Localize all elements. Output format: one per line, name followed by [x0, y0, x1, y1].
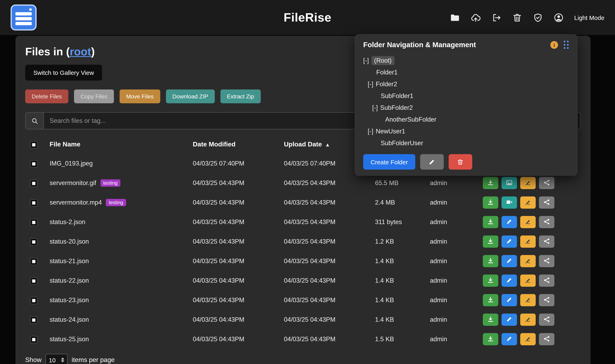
row-checkbox[interactable]: [30, 199, 38, 206]
folder-name[interactable]: SubFolder2: [380, 104, 413, 111]
extract-zip-button[interactable]: Extract Zip: [220, 90, 261, 103]
rename-button[interactable]: [520, 274, 536, 287]
row-checkbox[interactable]: [30, 258, 38, 265]
folder-tree-item[interactable]: [-](Root): [363, 54, 569, 66]
share-button[interactable]: [539, 216, 554, 228]
folder-name[interactable]: (Root): [371, 56, 394, 65]
rename-button[interactable]: [520, 235, 536, 248]
heading-suffix: ): [91, 46, 95, 58]
select-all-checkbox[interactable]: [30, 141, 38, 148]
trash-button[interactable]: [512, 13, 522, 23]
edit-button[interactable]: [501, 274, 517, 287]
folder-name[interactable]: SubFolder1: [381, 92, 413, 99]
items-per-page-select[interactable]: 10: [46, 354, 67, 364]
copy-files-button[interactable]: Copy Files: [74, 90, 114, 103]
rename-button[interactable]: [520, 177, 536, 189]
download-button[interactable]: [483, 333, 498, 345]
shield-check-button[interactable]: [533, 13, 543, 23]
row-checkbox[interactable]: [30, 316, 38, 324]
cloud-upload-button[interactable]: [471, 13, 481, 23]
theme-toggle[interactable]: Light Mode: [574, 14, 604, 21]
share-icon: [543, 257, 550, 265]
folder-tree-item[interactable]: Folder1: [363, 66, 569, 78]
file-name: status-22.json: [50, 277, 89, 284]
folder-button[interactable]: [450, 13, 460, 23]
folder-tree-item[interactable]: SubFolder1: [363, 90, 569, 102]
tree-expander[interactable]: [-]: [372, 104, 378, 111]
move-files-button[interactable]: Move Files: [119, 90, 160, 103]
rename-button[interactable]: [520, 333, 536, 345]
download-button[interactable]: [483, 313, 498, 326]
row-checkbox[interactable]: [30, 297, 38, 304]
download-zip-button[interactable]: Download ZIP: [166, 90, 215, 103]
share-icon: [543, 238, 550, 246]
folder-tree-item[interactable]: SubFolderUser: [363, 137, 569, 149]
sign-out-button[interactable]: [491, 13, 501, 23]
folder-tree-item[interactable]: [-]SubFolder2: [363, 102, 569, 114]
tree-expander[interactable]: [-]: [368, 80, 373, 88]
share-button[interactable]: [539, 313, 554, 326]
gallery-view-button[interactable]: Switch to Gallery View: [25, 65, 102, 80]
folder-tree-item[interactable]: [-]Folder2: [363, 78, 569, 90]
rename-folder-button[interactable]: [420, 154, 444, 169]
root-folder-link[interactable]: root: [70, 46, 91, 58]
download-button[interactable]: [483, 196, 498, 209]
row-checkbox[interactable]: [30, 160, 38, 167]
share-button[interactable]: [539, 235, 554, 248]
edit-button[interactable]: [501, 216, 517, 228]
rename-button[interactable]: [520, 216, 536, 228]
edit-button[interactable]: [501, 333, 517, 345]
select-arrows-icon: [61, 357, 64, 362]
uploader: admin: [430, 258, 483, 265]
create-folder-button[interactable]: Create Folder: [363, 154, 415, 169]
column-date-modified[interactable]: Date Modified: [193, 141, 284, 148]
folder-name[interactable]: Folder2: [376, 80, 397, 88]
share-button[interactable]: [539, 294, 554, 306]
preview-image-button[interactable]: [501, 177, 517, 189]
edit-button[interactable]: [501, 313, 517, 326]
user-button[interactable]: [554, 13, 564, 23]
delete-files-button[interactable]: Delete Files: [25, 90, 68, 103]
rename-button[interactable]: [520, 313, 536, 326]
download-button[interactable]: [483, 255, 498, 267]
row-checkbox[interactable]: [30, 180, 38, 187]
tree-expander[interactable]: [-]: [368, 128, 373, 135]
share-button[interactable]: [539, 333, 554, 345]
share-button[interactable]: [539, 274, 554, 287]
share-button[interactable]: [539, 177, 554, 189]
row-checkbox[interactable]: [30, 238, 38, 246]
download-icon: [487, 296, 494, 304]
download-button[interactable]: [483, 294, 498, 306]
table-row: servermonitor.giftesting04/03/25 04:43PM…: [25, 173, 581, 193]
edit-button[interactable]: [501, 255, 517, 267]
info-icon[interactable]: i: [550, 41, 558, 49]
row-checkbox[interactable]: [30, 277, 38, 285]
folder-name[interactable]: NewUser1: [376, 128, 405, 135]
folder-name[interactable]: Folder1: [376, 68, 398, 76]
edit-button[interactable]: [501, 294, 517, 306]
share-button[interactable]: [539, 196, 554, 209]
delete-folder-button[interactable]: [448, 154, 472, 169]
edit-button[interactable]: [501, 235, 517, 248]
download-button[interactable]: [483, 177, 498, 189]
row-checkbox[interactable]: [30, 219, 38, 226]
folder-name[interactable]: SubFolderUser: [381, 139, 423, 147]
rename-button[interactable]: [520, 294, 536, 306]
rename-button[interactable]: [520, 255, 536, 267]
share-button[interactable]: [539, 255, 554, 267]
download-button[interactable]: [483, 274, 498, 287]
folder-tree-item[interactable]: [-]NewUser1: [363, 125, 569, 137]
folder-tree: [-](Root)Folder1[-]Folder2SubFolder1[-]S…: [363, 54, 569, 149]
preview-video-button[interactable]: [501, 196, 517, 209]
column-file-name[interactable]: File Name: [50, 141, 193, 148]
rename-button[interactable]: [520, 196, 536, 209]
folder-name[interactable]: AnotherSubFolder: [385, 116, 436, 123]
download-button[interactable]: [483, 216, 498, 228]
download-button[interactable]: [483, 235, 498, 248]
upload-date: 04/03/25 04:43PM: [284, 179, 375, 187]
drag-handle-icon[interactable]: [564, 41, 569, 49]
row-checkbox[interactable]: [30, 336, 38, 343]
search-icon[interactable]: [26, 113, 44, 129]
tree-expander[interactable]: [-]: [363, 57, 369, 64]
folder-tree-item[interactable]: AnotherSubFolder: [363, 114, 569, 125]
